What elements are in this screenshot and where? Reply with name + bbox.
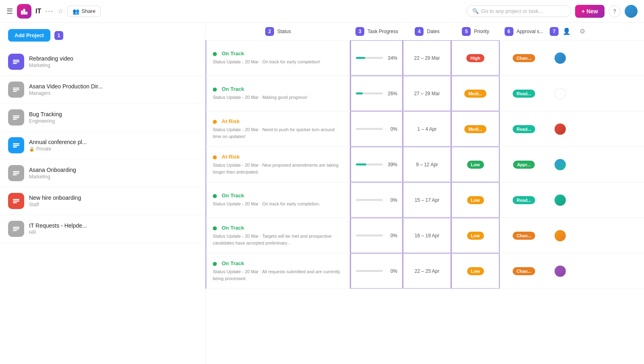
svg-rect-8 [13,91,17,92]
approval-cell: Chan... [500,40,548,75]
status-detail: Status Update - 20 Mar · New proposed am… [213,162,343,175]
settings-cell [572,182,592,218]
col-badge-5: 5 [462,27,471,36]
share-button[interactable]: 👥 Share [67,6,101,17]
progress-bar-fill [356,57,365,59]
svg-rect-18 [13,199,19,200]
project-icon [8,54,24,70]
project-icon [8,221,24,237]
priority-badge: Medi... [464,125,486,133]
status-title: On Track [222,260,244,266]
svg-rect-17 [13,174,17,176]
project-icon [8,165,24,181]
column-settings-button[interactable]: ⚙ [580,27,585,35]
settings-cell [572,40,592,75]
topbar-left: ☰ IT ··· ☆ 👥 Share [6,4,461,19]
project-item[interactable]: Bug Tracking Engineering [0,104,205,132]
dates-cell: 22 – 29 Mar [403,40,451,75]
manage-users-button[interactable]: 👤 [563,27,571,35]
approval-cell: Chan... [500,218,548,253]
progress-pct: 26% [385,91,397,96]
project-info: Asana Onboarding Marketing [29,167,197,180]
project-info: New hire onboarding Staff [29,195,197,207]
project-item[interactable]: IT Requests - Helpde... HR [0,215,205,243]
more-options-button[interactable]: ··· [45,7,54,15]
status-detail: Status Update - 20 Mar · On track for ea… [213,59,320,65]
project-item[interactable]: New hire onboarding Staff [0,187,205,215]
table-row[interactable]: On Track Status Update - 20 Mar · On tra… [206,182,644,218]
project-item[interactable]: Asana Onboarding Marketing [0,159,205,187]
header-priority: 5 Priority [451,27,500,36]
search-bar[interactable]: 🔍 Go to any project or task... [466,5,571,17]
progress-pct: 39% [385,162,397,167]
star-button[interactable]: ☆ [58,7,63,15]
column-headers: 2 Status 3 Task Progress 4 Dates 5 [206,23,644,40]
sidebar-header: Add Project 1 [0,23,205,48]
project-item[interactable]: Annual conference pl... 🔒 Private [0,132,205,159]
table-row[interactable]: At Risk Status Update - 20 Mar · Need to… [206,111,644,147]
dates-cell: 16 – 19 Apr [403,218,451,253]
progress-cell: 0% [351,182,403,218]
row-avatar [555,159,566,170]
status-dot [213,88,217,92]
project-name: IT Requests - Helpde... [29,222,197,229]
header-status: 2 Status [206,27,351,36]
table-row[interactable]: On Track Status Update - 20 Mar · Target… [206,218,644,253]
project-sub: Staff [29,202,197,207]
menu-icon[interactable]: ☰ [6,7,13,16]
status-dot [213,226,217,230]
status-cell: On Track Status Update - 20 Mar · All re… [206,253,351,289]
svg-rect-20 [13,202,17,203]
status-title: On Track [222,50,244,56]
priority-badge: High [466,54,484,62]
user-cell [548,111,572,146]
dates-cell: 9 – 12 Apr [403,147,451,182]
project-item[interactable]: Rebranding video Marketing [0,48,205,76]
settings-cell [572,218,592,253]
user-avatar[interactable] [625,5,638,18]
table-row[interactable]: On Track Status Update - 20 Mar · Making… [206,76,644,111]
content-area: 2 Status 3 Task Progress 4 Dates 5 [206,23,644,364]
table-row[interactable]: On Track Status Update - 20 Mar · On tra… [206,40,644,76]
status-detail: Status Update - 20 Mar · Targets will be… [213,233,343,246]
priority-badge: Low [467,161,484,169]
new-button[interactable]: + New [575,5,605,18]
project-name: New hire onboarding [29,195,197,201]
project-icon [8,193,24,209]
add-project-button[interactable]: Add Project [8,29,50,42]
table-row[interactable]: On Track Status Update - 20 Mar · All re… [206,253,644,289]
priority-cell: High [451,40,500,75]
header-user: 7 👤 [548,27,572,36]
priority-cell: Medi... [451,76,500,111]
status-header: On Track [213,50,244,56]
status-cell: On Track Status Update - 20 Mar · Making… [206,76,351,111]
project-list: Rebranding video Marketing Asana Video P… [0,48,205,243]
help-button[interactable]: ? [609,5,621,17]
project-sub: HR [29,230,197,235]
dates-cell: 22 – 25 Apr [403,253,451,289]
svg-rect-22 [13,228,19,230]
status-title: On Track [222,225,244,231]
approval-cell: Appr... [500,147,548,182]
project-name: Rebranding video [29,55,197,62]
svg-rect-4 [13,61,19,63]
status-title: On Track [222,192,244,199]
project-sub: Marketing [29,174,197,180]
approval-badge: Appr... [513,161,535,169]
progress-cell: 0% [351,111,403,146]
svg-rect-10 [13,117,19,118]
header-dates: 4 Dates [403,27,451,36]
priority-cell: Low [451,253,500,289]
dates-column-label: Dates [427,29,439,34]
status-title: At Risk [222,118,240,124]
progress-cell: 34% [351,40,403,75]
progress-cell: 39% [351,147,403,182]
status-dot [213,52,217,56]
status-cell: On Track Status Update - 20 Mar · Target… [206,218,351,253]
approval-column-label: Approval s... [517,29,544,34]
project-icon [8,82,24,98]
svg-rect-13 [13,145,19,146]
project-item[interactable]: Asana Video Production Dir... Managers [0,76,205,104]
user-cell [548,147,572,182]
table-row[interactable]: At Risk Status Update - 20 Mar · New pro… [206,147,644,182]
